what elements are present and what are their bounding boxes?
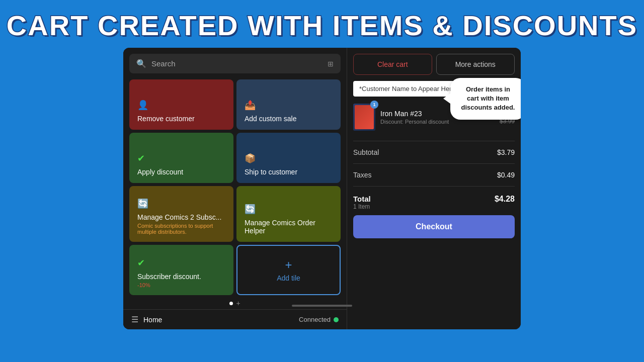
add-tile-icon: +: [285, 258, 292, 272]
tile-manage-comics2-label: Manage Comics 2 Subsc...: [137, 213, 225, 221]
subtotal-value: $3.79: [497, 148, 515, 156]
nav-right: Connected: [299, 316, 339, 323]
tile-add-tile-label: Add tile: [277, 274, 300, 282]
taxes-row: Taxes $0.49: [353, 168, 515, 182]
tile-subscriber-discount-label: Subscriber discount.: [137, 273, 225, 281]
tile-remove-customer[interactable]: 👤 Remove customer: [129, 79, 233, 130]
clear-cart-button[interactable]: Clear cart: [353, 54, 432, 75]
add-custom-sale-icon: 📤: [245, 100, 333, 111]
tiles-grid: 👤 Remove customer 📤 Add custom sale ✔ Ap…: [123, 79, 347, 295]
total-row: Total 1 Item $4.28: [353, 191, 515, 215]
divider-subtotal: [353, 141, 515, 141]
app-container: 🔍 Search ⊞ 👤 Remove customer 📤 Add custo…: [123, 48, 521, 329]
tile-apply-discount[interactable]: ✔ Apply discount: [129, 133, 233, 183]
dot-1: [229, 302, 233, 305]
item-thumb-wrap: 1: [353, 104, 375, 131]
pagination: +: [123, 295, 347, 309]
tile-add-custom-sale-label: Add custom sale: [245, 115, 333, 123]
page-header: CART CREATED WITH ITEMS & DISCOUNTS: [0, 0, 644, 48]
right-panel: Order items in cart with item discounts …: [347, 48, 521, 329]
scrollbar-hint: [292, 305, 352, 307]
subscriber-discount-icon: ✔: [137, 257, 225, 268]
taxes-value: $0.49: [497, 171, 515, 179]
tile-manage-order-helper-label: Manage Comics Order Helper: [245, 219, 333, 235]
checkout-button[interactable]: Checkout: [353, 215, 515, 238]
speech-bubble: Order items in cart with item discounts …: [450, 78, 521, 120]
remove-customer-icon: 👤: [137, 100, 225, 111]
left-panel: 🔍 Search ⊞ 👤 Remove customer 📤 Add custo…: [123, 48, 347, 329]
search-bar[interactable]: 🔍 Search ⊞: [129, 54, 341, 73]
manage-comics2-icon: 🔄: [137, 198, 225, 209]
tile-add-custom-sale[interactable]: 📤 Add custom sale: [236, 79, 341, 130]
search-input[interactable]: Search: [151, 59, 323, 68]
subtotal-row: Subtotal $3.79: [353, 145, 515, 159]
tile-apply-discount-label: Apply discount: [137, 168, 225, 176]
subtotal-label: Subtotal: [353, 148, 379, 156]
total-items: 1 Item: [353, 203, 371, 210]
total-label-wrap: Total 1 Item: [353, 195, 371, 210]
nav-left: ☰ Home: [131, 315, 162, 324]
tile-subscriber-discount-pct: -10%: [137, 282, 225, 288]
tile-manage-order-helper[interactable]: 🔄 Manage Comics Order Helper: [236, 186, 341, 242]
hamburger-icon[interactable]: ☰: [131, 315, 138, 324]
connected-text: Connected: [299, 316, 331, 323]
tile-manage-comics2-sublabel: Comic subscriptions to support multiple …: [137, 223, 225, 235]
total-value: $4.28: [495, 195, 515, 204]
item-quantity-badge: 1: [370, 101, 378, 109]
manage-order-helper-icon: 🔄: [245, 204, 333, 215]
search-icon: 🔍: [136, 59, 146, 68]
ship-to-customer-icon: 📦: [245, 153, 333, 164]
apply-discount-icon: ✔: [137, 153, 225, 164]
divider-taxes: [353, 163, 515, 164]
tile-manage-comics2[interactable]: 🔄 Manage Comics 2 Subsc... Comic subscri…: [129, 186, 233, 242]
more-actions-button[interactable]: More actions: [436, 54, 515, 75]
item-discount-text: Discount: Personal discount: [380, 119, 492, 125]
bottom-nav: ☰ Home Connected: [123, 309, 347, 329]
divider-total: [353, 186, 515, 187]
tile-ship-to-customer-label: Ship to customer: [245, 168, 333, 176]
page-title: CART CREATED WITH ITEMS & DISCOUNTS: [0, 9, 644, 42]
dot-plus: +: [236, 299, 240, 307]
tile-add-tile[interactable]: + Add tile: [236, 245, 341, 295]
tile-remove-customer-label: Remove customer: [137, 115, 225, 123]
grid-icon: ⊞: [328, 60, 334, 68]
tile-ship-to-customer[interactable]: 📦 Ship to customer: [236, 133, 341, 183]
action-buttons: Clear cart More actions: [353, 54, 515, 75]
item-thumb-inner: [355, 105, 374, 129]
total-label: Total: [353, 195, 371, 203]
home-label[interactable]: Home: [143, 316, 162, 324]
tile-subscriber-discount[interactable]: ✔ Subscriber discount. -10%: [129, 245, 233, 295]
taxes-label: Taxes: [353, 171, 372, 179]
connected-dot: [334, 317, 339, 322]
